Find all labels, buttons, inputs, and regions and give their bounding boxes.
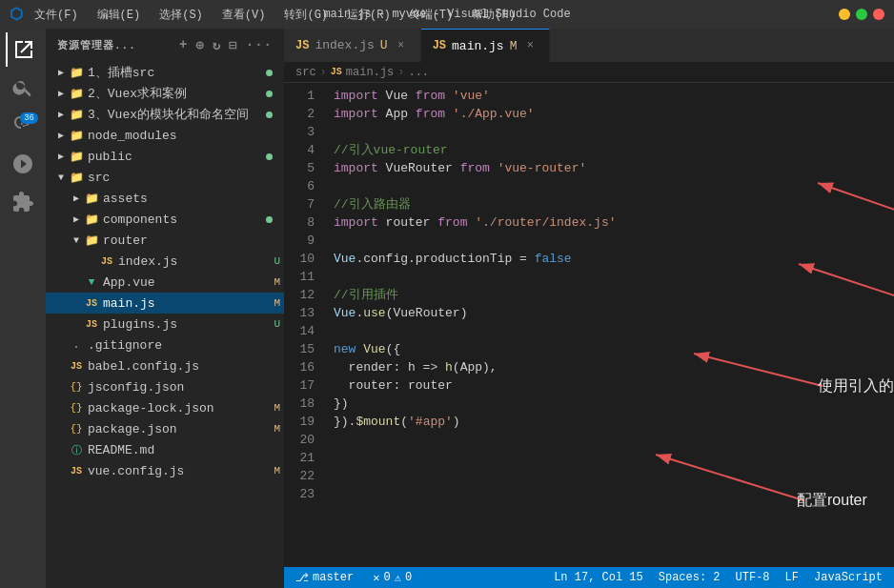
new-file-icon[interactable]: +: [179, 37, 188, 53]
line-number: 8: [284, 213, 315, 232]
code-line[interactable]: [334, 232, 894, 250]
activity-search[interactable]: [6, 71, 40, 105]
tree-item-label: package-lock.json: [88, 401, 270, 416]
code-line[interactable]: }).$mount('#app'): [334, 413, 894, 431]
sidebar-item-jsconfig[interactable]: {}jsconfig.json: [46, 376, 284, 397]
error-count[interactable]: ✕ 0 ⚠ 0: [369, 571, 416, 585]
menu-item[interactable]: 文件(F): [30, 5, 82, 25]
code-line[interactable]: [334, 431, 894, 449]
code-line[interactable]: //引入vue-router: [334, 141, 894, 159]
change-dot: [266, 70, 273, 76]
breadcrumb-src[interactable]: src: [295, 66, 316, 79]
tab-main-js[interactable]: JS main.js M ×: [421, 29, 551, 62]
sidebar-item-index-js[interactable]: JSindex.jsU: [46, 251, 284, 272]
code-line[interactable]: Vue.config.productionTip = false: [334, 250, 894, 268]
code-line[interactable]: [334, 268, 894, 286]
sidebar-item-package-lock[interactable]: {}package-lock.jsonM: [46, 397, 284, 418]
error-icon: ✕: [373, 571, 379, 585]
sidebar-item-router[interactable]: ▼📁router: [46, 230, 284, 251]
code-line[interactable]: //引入路由器: [334, 195, 894, 213]
status-right: Ln 17, Col 15 Spaces: 2 UTF-8 LF JavaScr…: [550, 571, 886, 584]
window-controls[interactable]: [839, 9, 884, 20]
folder-icon: 📁: [84, 212, 99, 227]
tree-item-label: src: [88, 171, 280, 185]
sidebar-item-public[interactable]: ▶📁public: [46, 146, 284, 167]
refresh-icon[interactable]: ↻: [213, 37, 221, 53]
code-line[interactable]: Vue.use(VueRouter): [334, 304, 894, 322]
sidebar-item-babel-config[interactable]: JSbabel.config.js: [46, 355, 284, 376]
code-line[interactable]: [334, 449, 894, 467]
code-line[interactable]: new Vue({: [334, 340, 894, 358]
scm-badge: 36: [20, 112, 38, 124]
sidebar-item-package-json[interactable]: {}package.jsonM: [46, 418, 284, 439]
code-line[interactable]: router: router: [334, 376, 894, 395]
activity-scm[interactable]: 36: [6, 109, 40, 143]
code-line[interactable]: }): [334, 395, 894, 413]
tree-item-label: babel.config.js: [88, 359, 280, 374]
encoding[interactable]: UTF-8: [732, 571, 774, 584]
line-number: 11: [284, 268, 315, 286]
breadcrumb-dots[interactable]: ...: [408, 66, 429, 79]
activity-explorer[interactable]: [6, 32, 40, 67]
tab-close-button[interactable]: ×: [394, 38, 409, 53]
language[interactable]: JavaScript: [810, 571, 886, 584]
sidebar-item-app-vue[interactable]: ▼App.vueM: [46, 272, 284, 293]
sidebar-item-item-3[interactable]: ▶📁3、Vuex的模块化和命名空间: [46, 104, 284, 125]
sidebar-item-main-js[interactable]: JSmain.jsM: [46, 293, 284, 314]
sidebar-item-node_modules[interactable]: ▶📁node_modules: [46, 125, 284, 146]
file-type-icon: JS: [99, 253, 114, 269]
sidebar-item-assets[interactable]: ▶📁assets: [46, 188, 284, 209]
sidebar-actions[interactable]: + ⊕ ↻ ⊟ ···: [179, 37, 273, 53]
activity-debug[interactable]: [6, 147, 40, 181]
tree-item-label: jsconfig.json: [88, 380, 280, 395]
collapse-icon[interactable]: ⊟: [229, 37, 237, 53]
file-type-icon: {}: [69, 379, 84, 395]
code-line[interactable]: import VueRouter from 'vue-router': [334, 159, 894, 177]
code-line[interactable]: import Vue from 'vue': [334, 87, 894, 105]
git-branch[interactable]: ⎇ master: [292, 571, 357, 585]
code-line[interactable]: [334, 485, 894, 503]
file-type-icon: {}: [69, 400, 84, 416]
line-number: 20: [284, 431, 315, 449]
line-numbers: 1234567891011121314151617181920212223: [284, 83, 322, 567]
sidebar-item-gitignore[interactable]: ..gitignore: [46, 335, 284, 355]
line-number: 10: [284, 250, 315, 268]
sidebar-item-readme[interactable]: ⓘREADME.md: [46, 439, 284, 460]
cursor-position[interactable]: Ln 17, Col 15: [550, 571, 647, 584]
line-number: 18: [284, 395, 315, 413]
sidebar-header: 资源管理器... + ⊕ ↻ ⊟ ···: [46, 29, 284, 62]
more-icon[interactable]: ···: [246, 37, 273, 53]
sidebar-item-src[interactable]: ▼📁src: [46, 167, 284, 188]
menu-item[interactable]: 选择(S): [155, 5, 207, 25]
code-line[interactable]: render: h => h(App),: [334, 358, 894, 376]
tab-close-active-button[interactable]: ×: [522, 38, 538, 53]
tab-index-js[interactable]: JS index.js U ×: [284, 29, 421, 62]
sidebar-item-vue-config[interactable]: JSvue.config.jsM: [46, 460, 284, 481]
code-line[interactable]: import router from './router/index.js': [334, 213, 894, 232]
indentation[interactable]: Spaces: 2: [655, 571, 724, 584]
minimize-button[interactable]: [839, 9, 850, 20]
sidebar-item-components[interactable]: ▶📁components: [46, 209, 284, 230]
code-line[interactable]: [334, 467, 894, 485]
sidebar-item-item-1[interactable]: ▶📁1、插槽src: [46, 62, 284, 83]
breadcrumb-main-js[interactable]: main.js: [346, 66, 394, 79]
tab-label-active: main.js: [452, 39, 504, 53]
folder-icon: 📁: [84, 191, 99, 206]
line-number: 17: [284, 376, 315, 395]
menu-item[interactable]: 编辑(E): [93, 5, 145, 25]
activity-extensions[interactable]: [6, 185, 40, 219]
eol[interactable]: LF: [782, 571, 803, 584]
sidebar-item-item-2[interactable]: ▶📁2、Vuex求和案例: [46, 83, 284, 104]
code-content[interactable]: import Vue from 'vue'import App from './…: [322, 83, 894, 567]
code-line[interactable]: [334, 322, 894, 340]
code-line[interactable]: //引用插件: [334, 286, 894, 304]
code-line[interactable]: import App from './App.vue': [334, 105, 894, 123]
code-line[interactable]: [334, 177, 894, 195]
new-folder-icon[interactable]: ⊕: [195, 37, 204, 53]
sidebar-item-plugins-js[interactable]: JSplugins.jsU: [46, 314, 284, 335]
menu-item[interactable]: 查看(V): [218, 5, 270, 25]
tree-item-label: plugins.js: [103, 317, 270, 332]
maximize-button[interactable]: [856, 9, 867, 20]
close-button[interactable]: [873, 9, 884, 20]
code-line[interactable]: [334, 123, 894, 141]
